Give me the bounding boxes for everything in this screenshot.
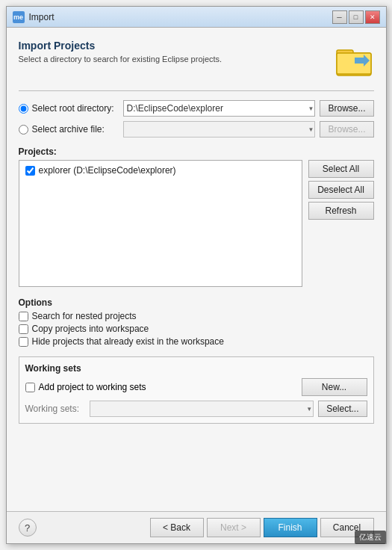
footer-buttons: < Back Next > Finish Cancel bbox=[150, 518, 374, 537]
root-dir-browse-button[interactable]: Browse... bbox=[320, 100, 373, 117]
help-button[interactable]: ? bbox=[19, 519, 37, 537]
select-all-button[interactable]: Select All bbox=[308, 160, 374, 178]
options-label: Options bbox=[19, 297, 374, 308]
working-sets-select[interactable] bbox=[90, 401, 314, 417]
app-icon: me bbox=[13, 11, 25, 23]
folder-icon bbox=[335, 40, 374, 78]
window-controls: ─ □ ✕ bbox=[332, 10, 380, 24]
minimize-button[interactable]: ─ bbox=[332, 10, 347, 24]
nested-projects-row: Search for nested projects bbox=[19, 311, 374, 321]
list-item[interactable]: explorer (D:\EclipseCode\explorer) bbox=[22, 164, 299, 177]
hide-projects-row: Hide projects that already exist in the … bbox=[19, 336, 374, 347]
maximize-button[interactable]: □ bbox=[349, 10, 364, 24]
copy-projects-label: Copy projects into workspace bbox=[32, 324, 149, 334]
project-side-buttons: Select All Deselect All Refresh bbox=[308, 160, 374, 287]
title-bar-text: Import bbox=[29, 12, 332, 22]
back-button[interactable]: < Back bbox=[150, 518, 204, 537]
root-dir-radio[interactable] bbox=[19, 104, 28, 114]
deselect-all-button[interactable]: Deselect All bbox=[308, 181, 374, 199]
working-sets-title: Working sets bbox=[25, 363, 367, 374]
copy-projects-row: Copy projects into workspace bbox=[19, 324, 374, 334]
hide-projects-checkbox[interactable] bbox=[19, 337, 28, 347]
dialog-content: Import Projects Select a directory to se… bbox=[7, 28, 386, 511]
archive-file-row: Select archive file: ▼ Browse... bbox=[19, 121, 374, 138]
header-section: Import Projects Select a directory to se… bbox=[19, 40, 374, 78]
refresh-button[interactable]: Refresh bbox=[308, 202, 374, 220]
archive-file-browse-button[interactable]: Browse... bbox=[320, 121, 373, 138]
project-checkbox[interactable] bbox=[25, 166, 35, 176]
archive-file-radio-label[interactable]: Select archive file: bbox=[19, 124, 123, 135]
root-dir-select[interactable]: D:\EclipseCode\explorer bbox=[123, 100, 316, 117]
copy-projects-checkbox[interactable] bbox=[19, 324, 28, 334]
watermark: 亿速云 bbox=[355, 531, 386, 544]
hide-projects-label: Hide projects that already exist in the … bbox=[32, 336, 224, 347]
separator bbox=[19, 90, 374, 91]
working-sets-label: Working sets: bbox=[25, 404, 85, 414]
root-dir-combo-wrapper: D:\EclipseCode\explorer ▼ bbox=[123, 100, 316, 117]
archive-file-combo-wrapper: ▼ bbox=[123, 121, 316, 138]
finish-button[interactable]: Finish bbox=[264, 518, 317, 537]
dialog-title: Import Projects bbox=[19, 40, 329, 52]
add-to-working-sets-checkbox[interactable] bbox=[25, 383, 35, 392]
project-name: explorer (D:\EclipseCode\explorer) bbox=[39, 165, 176, 176]
root-dir-radio-label[interactable]: Select root directory: bbox=[19, 103, 123, 114]
dialog-subtitle: Select a directory to search for existin… bbox=[19, 55, 329, 64]
projects-list[interactable]: explorer (D:\EclipseCode\explorer) bbox=[19, 160, 302, 287]
new-working-set-button[interactable]: New... bbox=[302, 378, 367, 396]
projects-area: explorer (D:\EclipseCode\explorer) Selec… bbox=[19, 160, 374, 287]
nested-projects-label: Search for nested projects bbox=[32, 311, 137, 321]
projects-label: Projects: bbox=[19, 146, 374, 157]
archive-file-radio[interactable] bbox=[19, 125, 28, 135]
nested-projects-checkbox[interactable] bbox=[19, 312, 28, 321]
header-text: Import Projects Select a directory to se… bbox=[19, 40, 329, 64]
add-to-working-sets-label: Add project to working sets bbox=[39, 382, 146, 392]
options-section: Options Search for nested projects Copy … bbox=[19, 293, 374, 349]
dialog-window: me Import ─ □ ✕ Import Projects Select a… bbox=[6, 6, 387, 544]
close-button[interactable]: ✕ bbox=[365, 10, 380, 24]
root-dir-row: Select root directory: D:\EclipseCode\ex… bbox=[19, 100, 374, 117]
title-bar: me Import ─ □ ✕ bbox=[7, 7, 386, 28]
select-working-sets-button[interactable]: Select... bbox=[318, 401, 367, 417]
working-sets-add-row: Add project to working sets New... bbox=[25, 378, 367, 396]
archive-file-select[interactable] bbox=[123, 121, 316, 138]
working-sets-select-row: Working sets: ▼ Select... bbox=[25, 401, 367, 417]
next-button[interactable]: Next > bbox=[207, 518, 261, 537]
dialog-footer: ? < Back Next > Finish Cancel bbox=[7, 511, 386, 543]
working-sets-combo-wrapper: ▼ bbox=[90, 401, 314, 417]
footer-left: ? bbox=[19, 519, 37, 537]
working-sets-section: Working sets Add project to working sets… bbox=[19, 356, 374, 424]
